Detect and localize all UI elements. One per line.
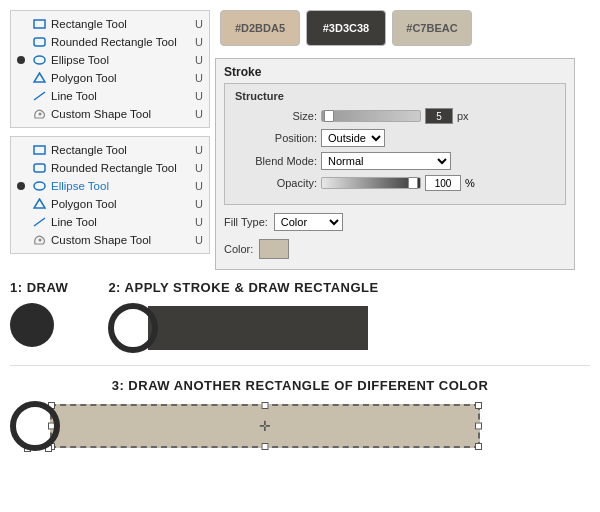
tool-polygon-2[interactable]: Polygon Tool U — [17, 195, 203, 213]
step-3: 3: DRAW ANOTHER RECTANGLE OF DIFFERENT C… — [10, 378, 590, 452]
structure-group: Structure Size: px Position: Inside Outs… — [224, 83, 566, 205]
tool-rounded-rect-2[interactable]: Rounded Rectangle Tool U — [17, 159, 203, 177]
rounded-rect-icon — [32, 35, 46, 49]
polygon-icon — [32, 71, 46, 85]
tool-line-1[interactable]: Line Tool U — [17, 87, 203, 105]
tool-polygon-1[interactable]: Polygon Tool U — [17, 69, 203, 87]
svg-rect-6 — [34, 146, 45, 154]
line-icon-2 — [32, 215, 46, 229]
svg-line-10 — [34, 218, 45, 226]
steps-section: 1: DRAW 2: APPLY STROKE & DRAW RECTANGLE… — [10, 280, 590, 452]
step-1-visual — [10, 303, 68, 347]
svg-marker-3 — [34, 73, 45, 82]
polygon-icon-2 — [32, 197, 46, 211]
svg-point-5 — [38, 113, 41, 116]
stroke-title: Stroke — [224, 65, 566, 79]
color-row: Color: — [224, 239, 566, 259]
swatch-1[interactable]: #D2BDA5 — [220, 10, 300, 46]
blend-mode-label: Blend Mode: — [235, 155, 317, 167]
position-label: Position: — [235, 132, 317, 144]
handle-mr[interactable] — [475, 423, 482, 430]
step-3-rect: ✛ — [50, 404, 480, 448]
size-label: Size: — [235, 110, 317, 122]
size-slider[interactable] — [321, 110, 421, 122]
tool-custom-shape-1[interactable]: Custom Shape Tool U — [17, 105, 203, 123]
position-select[interactable]: Inside Outside Center — [321, 129, 385, 147]
opacity-label: Opacity: — [235, 177, 317, 189]
custom-shape-icon — [32, 107, 46, 121]
step-1-circle — [10, 303, 54, 347]
line-icon — [32, 89, 46, 103]
tool-rounded-rect-1[interactable]: Rounded Rectangle Tool U — [17, 33, 203, 51]
svg-rect-1 — [34, 38, 45, 46]
tool-group-1: Rectangle Tool U Rounded Rectangle Tool … — [10, 10, 210, 128]
tool-rectangle-1[interactable]: Rectangle Tool U — [17, 15, 203, 33]
step-3-circle — [10, 401, 60, 451]
ellipse-icon-2 — [32, 179, 46, 193]
custom-shape-icon-2 — [32, 233, 46, 247]
structure-title: Structure — [235, 90, 555, 102]
stroke-panel: Stroke Structure Size: px Position: Insi… — [215, 58, 575, 270]
svg-point-2 — [34, 56, 45, 64]
svg-rect-0 — [34, 20, 45, 28]
position-row: Position: Inside Outside Center — [235, 129, 555, 147]
divider — [10, 365, 590, 366]
step-3-visual: ✛ — [10, 401, 590, 451]
tool-custom-shape-2[interactable]: Custom Shape Tool U — [17, 231, 203, 249]
rectangle-icon-2 — [32, 143, 46, 157]
opacity-row: Opacity: % — [235, 175, 555, 191]
px-label: px — [457, 110, 469, 122]
fill-type-select[interactable]: Color Gradient Pattern — [274, 213, 343, 231]
rounded-rect-icon-2 — [32, 161, 46, 175]
svg-rect-7 — [34, 164, 45, 172]
color-label: Color: — [224, 243, 253, 255]
step-2-rect — [148, 306, 368, 350]
tool-line-2[interactable]: Line Tool U — [17, 213, 203, 231]
size-input[interactable] — [425, 108, 453, 124]
pct-label: % — [465, 177, 475, 189]
opacity-slider[interactable] — [321, 177, 421, 189]
move-icon: ✛ — [259, 418, 271, 434]
opacity-input[interactable] — [425, 175, 461, 191]
step-1-label: 1: DRAW — [10, 280, 68, 295]
svg-point-11 — [38, 239, 41, 242]
rectangle-icon — [32, 17, 46, 31]
step-2-visual — [108, 303, 378, 353]
step-1: 1: DRAW — [10, 280, 68, 353]
fill-type-label: Fill Type: — [224, 216, 268, 228]
tool-panel: Rectangle Tool U Rounded Rectangle Tool … — [10, 10, 210, 262]
tool-rectangle-2[interactable]: Rectangle Tool U — [17, 141, 203, 159]
blend-mode-row: Blend Mode: Normal Multiply Screen — [235, 152, 555, 170]
blend-mode-select[interactable]: Normal Multiply Screen — [321, 152, 451, 170]
step-2: 2: APPLY STROKE & DRAW RECTANGLE — [108, 280, 378, 353]
size-row: Size: px — [235, 108, 555, 124]
svg-line-4 — [34, 92, 45, 100]
tool-ellipse-1[interactable]: Ellipse Tool U — [17, 51, 203, 69]
fill-type-row: Fill Type: Color Gradient Pattern — [224, 213, 566, 231]
swatch-3[interactable]: #C7BEAC — [392, 10, 472, 46]
step-3-label: 3: DRAW ANOTHER RECTANGLE OF DIFFERENT C… — [10, 378, 590, 393]
color-swatches: #D2BDA5 #3D3C38 #C7BEAC — [220, 10, 472, 46]
swatch-2[interactable]: #3D3C38 — [306, 10, 386, 46]
step-2-label: 2: APPLY STROKE & DRAW RECTANGLE — [108, 280, 378, 295]
size-thumb[interactable] — [324, 110, 334, 122]
color-swatch-small[interactable] — [259, 239, 289, 259]
opacity-thumb[interactable] — [408, 177, 418, 189]
ellipse-icon — [32, 53, 46, 67]
svg-point-8 — [34, 182, 45, 190]
tool-ellipse-2[interactable]: Ellipse Tool U — [17, 177, 203, 195]
svg-marker-9 — [34, 199, 45, 208]
tool-group-2: Rectangle Tool U Rounded Rectangle Tool … — [10, 136, 210, 254]
handle-tr[interactable] — [475, 402, 482, 409]
handle-tc[interactable] — [262, 402, 269, 409]
